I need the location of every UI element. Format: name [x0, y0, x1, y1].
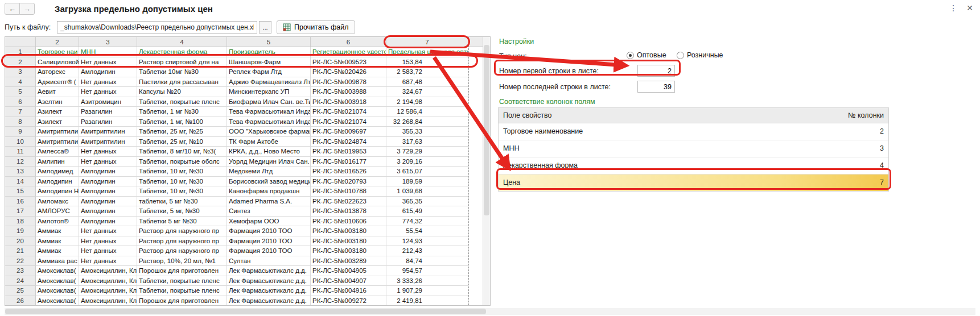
sheet-cell[interactable]: РК-ЛС-5№004916 [311, 286, 386, 296]
sheet-cell[interactable]: Фармация 2010 ТОО [227, 236, 311, 247]
mapping-field-cell[interactable]: Цена [499, 174, 830, 191]
sheet-cell[interactable]: РК-ЛС-5№013878 [311, 206, 386, 217]
row-number[interactable]: 6 [5, 97, 36, 107]
row-number[interactable]: 22 [5, 256, 36, 267]
sheet-cell[interactable]: 355,33 [386, 127, 468, 137]
row-number[interactable]: 26 [5, 296, 36, 306]
row-number[interactable]: 15 [5, 186, 36, 197]
mapping-row[interactable]: МНН3 [499, 140, 888, 157]
sheet-cell[interactable]: Нет данных [79, 226, 137, 236]
sheet-cell[interactable]: АМЛОРУС [36, 206, 79, 217]
sheet-row-25[interactable]: 25Амоксиклав(Амоксициллин, КлТаблетки, п… [5, 286, 483, 296]
sheet-cell[interactable]: 774,32 [386, 217, 468, 227]
sheet-cell[interactable]: 189,59 [386, 177, 468, 187]
sheet-row-9[interactable]: 9АмитриптилиАмитриптилинТаблетки, 25 мг,… [5, 127, 483, 137]
row-number[interactable]: 7 [5, 107, 36, 117]
sheet-row-7[interactable]: 7АзилектРазагилинТаблетки, 1 мг №30Тева … [5, 107, 483, 117]
column-header-2[interactable]: 2 [36, 37, 79, 47]
sheet-cell[interactable]: Азелтин [36, 97, 79, 107]
row-number[interactable]: 3 [5, 67, 36, 77]
sheet-cell[interactable]: 1 907,29 [386, 286, 468, 296]
sheet-cell[interactable]: РК-ЛС-5№016177 [311, 157, 386, 167]
sheet-cell[interactable]: Разагилин [79, 117, 137, 127]
sheet-cell[interactable]: РК-ЛС-5№003289 [311, 256, 386, 267]
sheet-row-2[interactable]: 2СалициловойНет данныхРаствор спиртовой … [5, 57, 483, 68]
sheet-cell[interactable]: Таблетки 5 мг №30 [137, 217, 227, 227]
sheet-cell[interactable]: Adamed Pharma S.A. [227, 197, 311, 207]
forward-button[interactable]: → [19, 3, 35, 15]
sheet-cell[interactable]: Лекарственная форма [137, 47, 227, 57]
sheet-cell[interactable]: Амлодипин [79, 186, 137, 197]
row-number[interactable]: 19 [5, 226, 36, 236]
sheet-cell[interactable]: Регистрационное удосто [311, 47, 386, 57]
sheet-row-4[interactable]: 4Аджисепт® (Нет данныхПастилки для расса… [5, 77, 483, 88]
sheet-cell[interactable]: Амлодимед [36, 167, 79, 177]
sheet-row-22[interactable]: 22Аммиака расНет данныхРаствор, 10%, 20 … [5, 256, 483, 267]
sheet-row-13[interactable]: 13АмлодимедАмлодипинТаблетки, 10 мг, №30… [5, 167, 483, 177]
sheet-cell[interactable]: Порошок для приготовлен [137, 296, 227, 306]
sheet-row-24[interactable]: 24Амоксиклав(Амоксициллин, КлТаблетки, п… [5, 276, 483, 286]
sheet-cell[interactable]: ООО "Харьковское фармаце [227, 127, 311, 137]
sheet-cell[interactable]: Нет данных [79, 57, 137, 68]
sheet-cell[interactable]: Аджио Фармацевтикалз Лтд [227, 77, 311, 88]
browse-button[interactable]: ... [259, 21, 271, 34]
sheet-cell[interactable]: Торговое наи [36, 47, 79, 57]
row-number[interactable]: 20 [5, 236, 36, 247]
sheet-cell[interactable]: Аевит [36, 87, 79, 97]
sheet-cell[interactable]: Шаншаров-Фарм [227, 57, 311, 68]
row-number[interactable]: 17 [5, 206, 36, 217]
sheet-cell[interactable]: 2 419,81 [386, 296, 468, 306]
sheet-cell[interactable]: Азилект [36, 117, 79, 127]
sheet-cell[interactable]: Лек Фармасьютикалс д.д. [227, 266, 311, 276]
column-header-5[interactable]: 5 [227, 37, 311, 47]
sheet-cell[interactable]: КРКА, д.д., Ново Место [227, 147, 311, 157]
sheet-cell[interactable]: Предельная цена для оптовой з [386, 47, 468, 57]
sheet-cell[interactable]: РК-ЛС-5№009523 [311, 57, 386, 68]
sheet-row-26[interactable]: 26Амоксиклав(Амоксициллин, КлПорошок для… [5, 296, 483, 306]
sheet-row-18[interactable]: 18Амлотоп®АмлодипинТаблетки 5 мг №30Хемо… [5, 217, 483, 227]
sheet-cell[interactable]: Амломакс [36, 197, 79, 207]
sheet-cell[interactable]: 84,74 [386, 256, 468, 267]
sheet-cell[interactable]: 153,84 [386, 57, 468, 68]
mapping-column-cell[interactable]: 3 [830, 140, 888, 157]
sheet-cell[interactable]: Реплек Фарм Лтд [227, 67, 311, 77]
sheet-cell[interactable]: Таблетки, 5 мг, №30 [137, 206, 227, 217]
sheet-cell[interactable]: 1 039,68 [386, 186, 468, 197]
sheet-cell[interactable]: Таблетки, 8 мг/10 мг, №3( [137, 147, 227, 157]
row-number[interactable]: 4 [5, 77, 36, 88]
sheet-cell[interactable]: Таблетки, покрытые пленс [137, 276, 227, 286]
sheet-cell[interactable]: РК-ЛС-5№009697 [311, 127, 386, 137]
sheet-cell[interactable]: 365,35 [386, 197, 468, 207]
sheet-cell[interactable]: Раствор для наружного пр [137, 246, 227, 256]
sheet-cell[interactable]: ТК Фарм Актобе [227, 137, 311, 147]
sheet-cell[interactable]: Нет данных [79, 147, 137, 157]
mapping-column-cell[interactable]: 2 [830, 123, 888, 140]
sheet-cell[interactable]: 12 586,4 [386, 107, 468, 117]
sheet-cell[interactable]: Производитель [227, 47, 311, 57]
sheet-cell[interactable]: Хемофарм ООО [227, 217, 311, 227]
sheet-cell[interactable]: Амоксиклав( [36, 266, 79, 276]
sheet-row-6[interactable]: 6АзелтинАзитромицинТаблетки, покрытые пл… [5, 97, 483, 107]
sheet-cell[interactable]: Авторекс [36, 67, 79, 77]
row-number[interactable]: 14 [5, 177, 36, 187]
sheet-cell[interactable]: Азилект [36, 107, 79, 117]
vertical-scrollbar[interactable] [483, 37, 490, 305]
mapping-row[interactable]: Торговое наименование2 [499, 123, 888, 140]
sheet-cell[interactable]: Амитриптили [36, 127, 79, 137]
sheet-cell[interactable]: РК-ЛС-5№022623 [311, 197, 386, 207]
sheet-cell[interactable]: Амоксициллин, Кл [79, 276, 137, 286]
scrollbar-thumb[interactable] [484, 45, 489, 215]
row-number[interactable]: 25 [5, 286, 36, 296]
sheet-cell[interactable]: Тева Фармасьютикал Индас [227, 117, 311, 127]
sheet-cell[interactable]: РК-ЛС-5№009272 [311, 296, 386, 306]
sheet-cell[interactable]: Биофарма Илач Сан. ве.Тидж [227, 97, 311, 107]
sheet-cell[interactable]: Медокеми Лтд [227, 167, 311, 177]
sheet-row-1[interactable]: 1Торговое наиМННЛекарственная формаПроиз… [5, 47, 483, 57]
sheet-row-8[interactable]: 8АзилектРазагилинТаблетки, 1 мг, №100Тев… [5, 117, 483, 127]
sheet-row-14[interactable]: 14АмлодипинАмлодипинТаблетки, 10 мг, №30… [5, 177, 483, 187]
sheet-cell[interactable]: Таблетки, 1 мг №30 [137, 107, 227, 117]
mapping-column-cell[interactable]: 4 [830, 157, 888, 174]
radio-wholesale[interactable]: Оптовые [627, 51, 666, 59]
sheet-cell[interactable]: РК-ЛС-5№004907 [311, 276, 386, 286]
first-row-input[interactable] [637, 65, 675, 77]
